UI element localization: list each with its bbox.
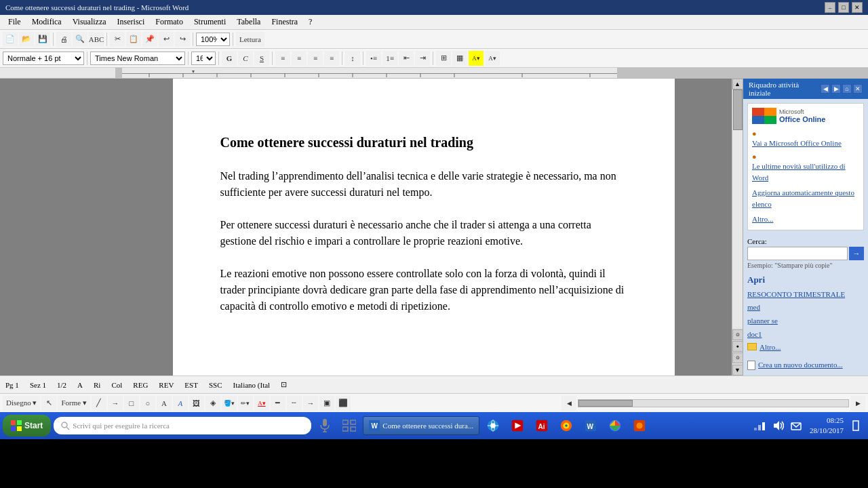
hscroll-thumb[interactable] — [578, 400, 633, 407]
file-link-trimestrale[interactable]: RESOCONTO TRIMESTRALE — [747, 288, 864, 302]
align-center-button[interactable]: ≡ — [292, 51, 307, 66]
zoom-select[interactable]: 100% — [196, 33, 230, 46]
panel-back-button[interactable]: ◀ — [821, 84, 830, 94]
taskbar-chrome-button[interactable] — [604, 415, 626, 436]
line-button[interactable]: ╱ — [92, 396, 106, 411]
menu-strumenti[interactable]: Strumenti — [189, 16, 231, 28]
size-select[interactable]: 16 — [191, 52, 216, 65]
oval-button[interactable]: ○ — [140, 396, 155, 411]
textbox-button[interactable]: A — [157, 396, 172, 411]
menu-help[interactable]: ? — [303, 16, 317, 28]
taskbar-search[interactable]: Scrivi qui per eseguire la ricerca — [54, 417, 311, 434]
apri-altro-link[interactable]: Altro... — [747, 343, 864, 351]
align-justify-button[interactable]: ≡ — [324, 51, 339, 66]
taskbar-acrobat-button[interactable]: Ai — [531, 415, 553, 436]
panel-search-input[interactable] — [747, 247, 848, 260]
document[interactable]: Come ottenere successi duraturi nel trad… — [173, 79, 675, 375]
fill-color-button[interactable]: 🪣▾ — [222, 396, 237, 411]
line-style-button[interactable]: ━ — [271, 396, 285, 411]
font-select[interactable]: Times New Roman — [90, 52, 185, 65]
word-task-button[interactable]: W Come ottenere successi dura... — [363, 416, 479, 435]
copy-button[interactable]: 📋 — [126, 32, 141, 47]
shadow-button[interactable]: ▣ — [319, 396, 334, 411]
paste-button[interactable]: 📌 — [142, 32, 157, 47]
decrease-indent-button[interactable]: ⇤ — [399, 51, 414, 66]
border-button[interactable]: ▦ — [452, 51, 467, 66]
align-left-button[interactable]: ≡ — [275, 51, 290, 66]
font-color-button[interactable]: A▾ — [485, 51, 500, 66]
scroll-up-button[interactable]: ▲ — [732, 79, 743, 89]
link-aggiorna[interactable]: Aggiorna automaticamente questo elenco — [752, 187, 859, 211]
3d-button[interactable]: ⬛ — [336, 396, 351, 411]
new-button[interactable]: 📄 — [3, 32, 18, 47]
menu-tabella[interactable]: Tabella — [231, 16, 266, 28]
line-spacing-button[interactable]: ↕ — [345, 51, 360, 66]
forme-menu-button[interactable]: Forme ▾ — [58, 396, 90, 411]
link-novita-word[interactable]: Le ultime novità sull'utilizzo di Word — [752, 161, 859, 184]
highlight-button[interactable]: A▾ — [469, 51, 484, 66]
open-button[interactable]: 📂 — [19, 32, 34, 47]
taskbar-app6-button[interactable]: W — [580, 415, 601, 436]
wordart-button[interactable]: A — [173, 396, 188, 411]
redo-button[interactable]: ↪ — [175, 32, 190, 47]
panel-forward-button[interactable]: ▶ — [831, 84, 841, 94]
arrow-style-button[interactable]: → — [303, 396, 318, 411]
taskbar-firefox-button[interactable] — [555, 415, 577, 436]
hscroll-left-button[interactable]: ◀ — [561, 396, 576, 411]
menu-formato[interactable]: Formato — [150, 16, 189, 28]
line-color-button[interactable]: ✏▾ — [238, 396, 253, 411]
drawing-menu-button[interactable]: Disegno ▾ — [3, 396, 40, 411]
style-select[interactable]: Normale + 16 pt — [3, 52, 84, 65]
panel-close-button[interactable]: ✕ — [853, 84, 863, 94]
panel-home-button[interactable]: ⌂ — [842, 84, 852, 94]
taskbar-app8-button[interactable] — [629, 415, 650, 436]
page-select-button[interactable]: ● — [732, 341, 743, 352]
diagram-button[interactable]: ◈ — [205, 396, 220, 411]
underline-button[interactable]: S — [254, 51, 269, 66]
file-link-med[interactable]: med — [747, 301, 864, 314]
bullets-button[interactable]: •≡ — [366, 51, 381, 66]
system-clock[interactable]: 08:25 28/10/2017 — [810, 415, 844, 436]
menu-file[interactable]: File — [3, 16, 26, 28]
maximize-button[interactable]: □ — [838, 2, 849, 13]
vertical-scrollbar[interactable]: ▲ ⊙ ● ⊙ ▼ — [732, 79, 743, 375]
table-button[interactable]: ⊞ — [436, 51, 451, 66]
numbering-button[interactable]: 1≡ — [382, 51, 397, 66]
menu-modifica[interactable]: Modifica — [26, 16, 67, 28]
dash-style-button[interactable]: ╌ — [287, 396, 302, 411]
bold-button[interactable]: G — [222, 51, 237, 66]
undo-button[interactable]: ↩ — [159, 32, 174, 47]
create-new-doc-link[interactable]: Crea un nuovo documento... — [758, 359, 843, 371]
print-button[interactable]: 🖨 — [56, 32, 71, 47]
hscroll-right-button[interactable]: ▶ — [850, 396, 865, 411]
taskbar-mic-button[interactable] — [314, 415, 336, 436]
scroll-thumb[interactable] — [733, 89, 743, 130]
search-go-button[interactable]: → — [849, 247, 864, 260]
minimize-button[interactable]: – — [825, 2, 835, 13]
taskbar-explorer-button[interactable] — [482, 415, 504, 436]
file-link-doc1[interactable]: doc1 — [747, 328, 864, 342]
save-button[interactable]: 💾 — [35, 32, 50, 47]
create-section[interactable]: Crea un nuovo documento... — [747, 359, 864, 371]
arrow-button[interactable]: → — [108, 396, 123, 411]
next-page-button[interactable]: ⊙ — [732, 352, 743, 363]
align-right-button[interactable]: ≡ — [308, 51, 323, 66]
show-desktop-button[interactable] — [849, 419, 863, 432]
file-link-planner[interactable]: planner se — [747, 314, 864, 328]
scroll-down-button[interactable]: ▼ — [732, 365, 743, 375]
increase-indent-button[interactable]: ⇥ — [415, 51, 430, 66]
link-ms-office-online[interactable]: Vai a Microsoft Office Online — [752, 138, 859, 150]
cut-button[interactable]: ✂ — [110, 32, 125, 47]
menu-visualizza[interactable]: Visualizza — [67, 16, 112, 28]
task-view-button[interactable] — [338, 415, 360, 436]
prev-page-button[interactable]: ⊙ — [732, 329, 743, 340]
print-preview-button[interactable]: 🔍 — [73, 32, 87, 47]
horizontal-scrollbar[interactable] — [578, 399, 849, 407]
menu-finestra[interactable]: Finestra — [266, 16, 303, 28]
link-altro[interactable]: Altro... — [752, 214, 859, 226]
taskbar-winamp-button[interactable] — [507, 415, 528, 436]
close-button[interactable]: ✕ — [852, 2, 863, 13]
menu-inserisci[interactable]: Inserisci — [112, 16, 151, 28]
tray-volume-icon[interactable] — [772, 419, 785, 432]
tray-network-icon[interactable] — [753, 419, 766, 432]
